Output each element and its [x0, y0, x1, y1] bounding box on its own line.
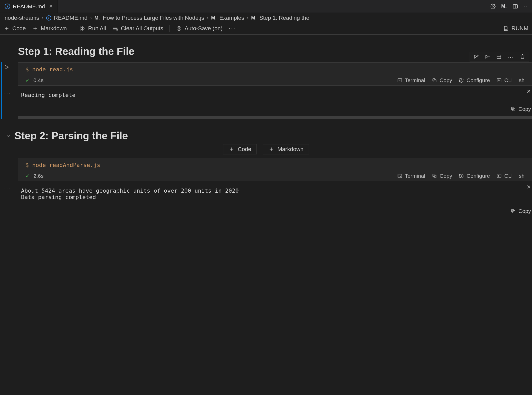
- more-actions-button[interactable]: ···: [229, 25, 236, 32]
- insert-code-label: Code: [238, 146, 251, 153]
- run-cell-icon[interactable]: [4, 64, 9, 70]
- svg-marker-22: [486, 55, 488, 58]
- open-terminal-button[interactable]: Terminal: [397, 77, 425, 83]
- breadcrumb-root[interactable]: node-streams: [5, 15, 39, 21]
- cell-output-wrap: ··· ✕ Reading complete Copy: [18, 88, 532, 119]
- configure-label: Configure: [467, 77, 490, 83]
- gear-icon: [458, 173, 464, 179]
- success-check-icon: ✓: [25, 173, 30, 179]
- cli-label: CLI: [504, 173, 513, 179]
- copy-output-button[interactable]: Copy: [518, 106, 531, 112]
- cell-code-area[interactable]: $ node read.js ✓ 0.4s Terminal Copy: [18, 62, 532, 86]
- output-more-icon[interactable]: ···: [4, 185, 10, 192]
- cell-output-wrap: ··· ✕ About 5424 areas have geographic u…: [18, 183, 532, 216]
- run-all-label: Run All: [88, 25, 106, 32]
- cli-button[interactable]: CLI: [496, 77, 513, 83]
- copy-command-button[interactable]: Copy: [431, 173, 452, 179]
- run-all-button[interactable]: Run All: [79, 25, 106, 32]
- divider: [73, 25, 73, 32]
- breadcrumb-heading-2[interactable]: Examples: [219, 15, 244, 21]
- info-icon: i: [5, 4, 10, 9]
- active-cell-marker: [1, 88, 2, 119]
- shell-prompt: $: [25, 162, 29, 168]
- shell-language[interactable]: sh: [519, 77, 525, 83]
- more-icon[interactable]: ···: [507, 54, 514, 60]
- kernel-selector[interactable]: RUNM: [503, 25, 528, 32]
- tabs: i README.md ✕: [0, 0, 58, 13]
- tab-title: README.md: [13, 3, 45, 9]
- chevron-right-icon: ›: [42, 15, 44, 21]
- execute-above-icon[interactable]: [473, 54, 479, 60]
- chevron-right-icon: ›: [247, 15, 249, 21]
- clear-icon: [112, 25, 118, 32]
- breadcrumb-file[interactable]: README.md: [54, 15, 88, 21]
- cell-gutter: [4, 64, 9, 70]
- terminal-label: Terminal: [405, 173, 425, 179]
- cli-label: CLI: [504, 77, 513, 83]
- configure-button[interactable]: Configure: [458, 173, 490, 179]
- heading-row-step2: Step 2: Parsing the File: [0, 119, 532, 142]
- cli-icon: [496, 77, 502, 83]
- tab-readme[interactable]: i README.md ✕: [0, 0, 58, 13]
- cell-output: Reading complete: [18, 88, 532, 101]
- copy-output-button[interactable]: Copy: [518, 208, 531, 214]
- close-output-icon[interactable]: ✕: [527, 88, 531, 94]
- markdown-heading-icon: M↓: [211, 15, 217, 21]
- shell-prompt: $: [25, 66, 29, 73]
- chevron-right-icon: ›: [90, 15, 92, 21]
- cli-button[interactable]: CLI: [496, 173, 513, 179]
- heading-step1: Step 1: Reading the File: [0, 35, 532, 62]
- markdown-preview-icon[interactable]: M↓: [501, 4, 507, 9]
- info-icon: i: [46, 15, 51, 21]
- gear-icon[interactable]: [490, 4, 496, 9]
- breadcrumb-heading-1[interactable]: How to Process Large Files with Node.js: [103, 15, 204, 21]
- close-icon[interactable]: ✕: [49, 4, 53, 9]
- insert-bar: Code Markdown: [0, 144, 532, 154]
- server-icon: [503, 25, 509, 32]
- configure-label: Configure: [467, 173, 490, 179]
- svg-rect-16: [505, 26, 507, 31]
- plus-icon: [268, 146, 274, 152]
- cell-divider: [18, 116, 532, 119]
- shell-command: node read.js: [32, 66, 73, 73]
- terminal-icon: [397, 173, 403, 179]
- code-cell-2[interactable]: $ node readAndParse.js ✓ 2.6s Terminal: [18, 158, 532, 216]
- tabbar: i README.md ✕ M↓ ··: [0, 0, 532, 13]
- delete-cell-icon[interactable]: [520, 54, 525, 60]
- split-editor-icon[interactable]: [512, 4, 518, 9]
- configure-button[interactable]: Configure: [458, 77, 490, 83]
- close-output-icon[interactable]: ✕: [527, 184, 531, 190]
- insert-markdown-button[interactable]: Markdown: [263, 144, 309, 154]
- execute-below-icon[interactable]: [485, 54, 490, 60]
- shell-language[interactable]: sh: [519, 173, 525, 179]
- autosave-button[interactable]: Auto-Save (on): [176, 25, 223, 32]
- clear-outputs-button[interactable]: Clear All Outputs: [112, 25, 163, 32]
- svg-point-0: [492, 6, 494, 7]
- code-cell-1[interactable]: ··· $ node read.js ✓ 0.4s Terminal: [18, 62, 532, 119]
- cli-icon: [496, 173, 502, 179]
- chevron-right-icon: ›: [207, 15, 208, 21]
- svg-point-30: [461, 80, 462, 81]
- copy-command-button[interactable]: Copy: [431, 77, 452, 83]
- svg-marker-20: [474, 55, 477, 58]
- svg-rect-26: [398, 78, 402, 82]
- output-more-icon[interactable]: ···: [4, 90, 10, 96]
- execution-duration: 0.4s: [33, 77, 44, 83]
- svg-marker-19: [5, 65, 8, 69]
- svg-rect-15: [178, 28, 180, 29]
- split-cell-icon[interactable]: [496, 54, 502, 60]
- insert-code-button[interactable]: Code: [223, 144, 257, 154]
- cell-code-area[interactable]: $ node readAndParse.js ✓ 2.6s Terminal: [18, 158, 532, 181]
- add-code-button[interactable]: Code: [4, 25, 26, 32]
- plus-icon: [32, 25, 38, 32]
- chevron-down-icon[interactable]: [6, 133, 11, 139]
- cell-output: About 5424 areas have geographic units o…: [18, 183, 532, 203]
- autosave-label: Auto-Save (on): [185, 25, 223, 32]
- more-icon[interactable]: ··: [524, 3, 528, 9]
- breadcrumb-heading-3[interactable]: Step 1: Reading the: [259, 15, 309, 21]
- divider: [169, 25, 170, 32]
- add-markdown-button[interactable]: Markdown: [32, 25, 67, 32]
- add-markdown-label: Markdown: [41, 25, 67, 32]
- open-terminal-button[interactable]: Terminal: [397, 173, 425, 179]
- plus-icon: [229, 146, 235, 152]
